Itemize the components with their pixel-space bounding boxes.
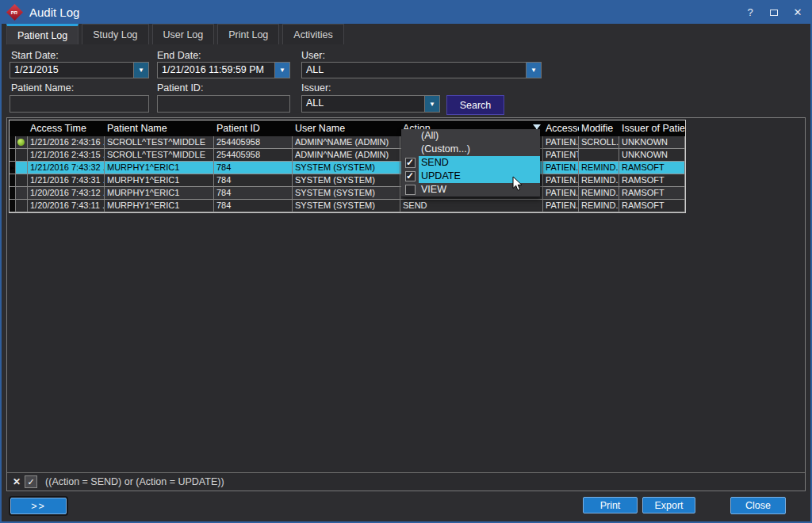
table-row[interactable]: 1/21/2016 2:43:16 ...SCROLL^TEST^MIDDLE2… (10, 136, 685, 149)
table-row[interactable]: 1/20/2016 7:43:12 ...MURPHY1^ERIC1784SYS… (10, 187, 685, 200)
cell-accessed[interactable]: PATIEN... (543, 200, 579, 212)
cell-issuer[interactable]: UNKNOWN (619, 136, 685, 149)
cell-patient-id[interactable]: 784 (214, 174, 293, 187)
cell-access-time[interactable]: 1/21/2016 2:43:16 ... (28, 136, 105, 149)
checkbox-column: ✓ (401, 156, 419, 170)
cell-modified[interactable]: REMIND... (579, 187, 619, 200)
cell-modified[interactable] (579, 149, 619, 162)
cell-patient-name[interactable]: SCROLL^TEST^MIDDLE (105, 149, 214, 162)
table-row[interactable]: ▶1/21/2016 7:43:32 ...MURPHY1^ERIC1784SY… (10, 162, 685, 174)
filter-option-send[interactable]: ✓SEND (401, 156, 540, 170)
filter-option-custom[interactable]: (Custom...) (401, 143, 540, 156)
column-header-access-time[interactable]: Access Time (28, 120, 105, 136)
patient-id-input[interactable] (157, 95, 290, 113)
table-row[interactable]: 1/21/2016 2:43:15 ...SCROLL^TEST^MIDDLE2… (10, 149, 685, 162)
cell-user-name[interactable]: SYSTEM (SYSTEM) (293, 174, 400, 187)
issuer-select[interactable]: ALL ▼ (301, 95, 440, 113)
row-icon-cell (16, 187, 28, 200)
cell-user-name[interactable]: SYSTEM (SYSTEM) (293, 200, 400, 212)
cell-modified[interactable]: REMIND... (579, 162, 619, 174)
cell-issuer[interactable]: RAMSOFT (619, 200, 685, 212)
cell-patient-name[interactable]: MURPHY1^ERIC1 (105, 200, 214, 212)
maximize-icon[interactable] (768, 6, 780, 18)
export-button[interactable]: Export (642, 497, 695, 513)
cell-patient-name[interactable]: MURPHY1^ERIC1 (105, 174, 214, 187)
window-title: Audit Log (29, 6, 79, 19)
cell-modified[interactable]: SCROLL... (579, 136, 619, 149)
end-date-picker[interactable]: 1/21/2016 11:59:59 PM ▼ (157, 62, 290, 78)
filter-option-all[interactable]: (All) (401, 129, 540, 143)
checkbox-icon[interactable]: ✓ (405, 171, 416, 181)
cell-patient-name[interactable]: MURPHY1^ERIC1 (105, 162, 214, 174)
cell-modified[interactable]: REMIND... (579, 174, 619, 187)
column-header-modifie[interactable]: Modifie (579, 120, 619, 136)
user-select[interactable]: ALL ▼ (301, 62, 542, 78)
user-label: User: (301, 50, 325, 61)
start-date-dropdown-arrow-icon[interactable]: ▼ (133, 63, 148, 78)
end-date-label: End Date: (157, 50, 201, 61)
cell-accessed[interactable]: PATIENT (543, 149, 579, 162)
cell-accessed[interactable]: PATIEN... (543, 174, 579, 187)
cell-modified[interactable]: REMIND... (579, 200, 619, 212)
cell-access-time[interactable]: 1/20/2016 7:43:12 ... (28, 187, 105, 200)
table-row[interactable]: 1/21/2016 7:43:31 ...MURPHY1^ERIC1784SYS… (10, 174, 685, 187)
tab-activities[interactable]: Activities (282, 24, 343, 44)
cell-issuer[interactable]: RAMSOFT (619, 174, 685, 187)
tab-user-log[interactable]: User Log (152, 24, 215, 44)
cell-user-name[interactable]: SYSTEM (SYSTEM) (293, 187, 400, 200)
expand-button[interactable]: >> (10, 498, 67, 514)
row-icon-cell (16, 200, 28, 212)
cell-access-time[interactable]: 1/21/2016 7:43:32 ... (28, 162, 105, 174)
tab-study-log[interactable]: Study Log (82, 24, 148, 44)
cell-issuer[interactable]: RAMSOFT (619, 162, 685, 174)
start-date-picker[interactable]: 1/21/2015 ▼ (10, 62, 149, 78)
cell-patient-id[interactable]: 254405958 (214, 149, 293, 162)
cell-patient-name[interactable]: SCROLL^TEST^MIDDLE (105, 136, 214, 149)
search-button[interactable]: Search (446, 95, 504, 115)
row-indicator-cell (10, 187, 16, 200)
cell-user-name[interactable]: ADMIN^NAME (ADMIN) (293, 136, 400, 149)
help-icon[interactable]: ? (744, 6, 756, 18)
row-indicator-cell (10, 136, 16, 149)
user-dropdown-arrow-icon[interactable]: ▼ (526, 63, 541, 78)
row-indicator-cell (10, 149, 16, 162)
checkbox-icon[interactable]: ✓ (405, 158, 416, 168)
tab-patient-log[interactable]: Patient Log (6, 24, 79, 44)
end-date-dropdown-arrow-icon[interactable]: ▼ (274, 63, 289, 78)
cell-accessed[interactable]: PATIEN... (543, 187, 579, 200)
cell-accessed[interactable]: PATIEN... (543, 136, 579, 149)
checkbox-icon[interactable] (405, 185, 416, 195)
app-icon: PR (6, 3, 23, 20)
close-icon[interactable]: ✕ (791, 6, 804, 18)
cell-access-time[interactable]: 1/21/2016 2:43:15 ... (28, 149, 105, 162)
cell-patient-id[interactable]: 784 (214, 187, 293, 200)
cell-action[interactable]: SEND (400, 200, 543, 212)
column-header-accesse[interactable]: Accesse (543, 120, 579, 136)
clear-filter-icon[interactable]: ✕ (13, 476, 21, 487)
cell-patient-name[interactable]: MURPHY1^ERIC1 (105, 187, 214, 200)
cell-user-name[interactable]: ADMIN^NAME (ADMIN) (293, 149, 400, 162)
cell-accessed[interactable]: PATIEN... (543, 162, 579, 174)
row-icon-cell (16, 136, 28, 149)
issuer-dropdown-arrow-icon[interactable]: ▼ (424, 96, 439, 112)
cell-patient-id[interactable]: 784 (214, 162, 293, 174)
cell-access-time[interactable]: 1/21/2016 7:43:31 ... (28, 174, 105, 187)
checkbox-column (401, 143, 419, 156)
header-spacer-icon (16, 120, 28, 136)
close-button[interactable]: Close (730, 497, 786, 514)
table-row[interactable]: 1/20/2016 7:43:11 ...MURPHY1^ERIC1784SYS… (10, 200, 685, 212)
column-header-issuer-of-patie[interactable]: Issuer of Patie (619, 120, 685, 136)
print-button[interactable]: Print (583, 497, 638, 513)
cell-access-time[interactable]: 1/20/2016 7:43:11 ... (28, 200, 105, 212)
column-header-patient-name[interactable]: Patient Name (105, 120, 214, 136)
cell-patient-id[interactable]: 254405958 (214, 136, 293, 149)
filter-enabled-checkbox-icon[interactable]: ✓ (25, 475, 37, 488)
tab-print-log[interactable]: Print Log (217, 24, 279, 44)
cell-patient-id[interactable]: 784 (214, 200, 293, 212)
column-header-user-name[interactable]: User Name (293, 120, 400, 136)
cell-issuer[interactable]: RAMSOFT (619, 187, 685, 200)
patient-name-input[interactable] (10, 95, 149, 113)
cell-user-name[interactable]: SYSTEM (SYSTEM) (293, 162, 400, 174)
cell-issuer[interactable]: UNKNOWN (619, 149, 685, 162)
column-header-patient-id[interactable]: Patient ID (214, 120, 293, 136)
